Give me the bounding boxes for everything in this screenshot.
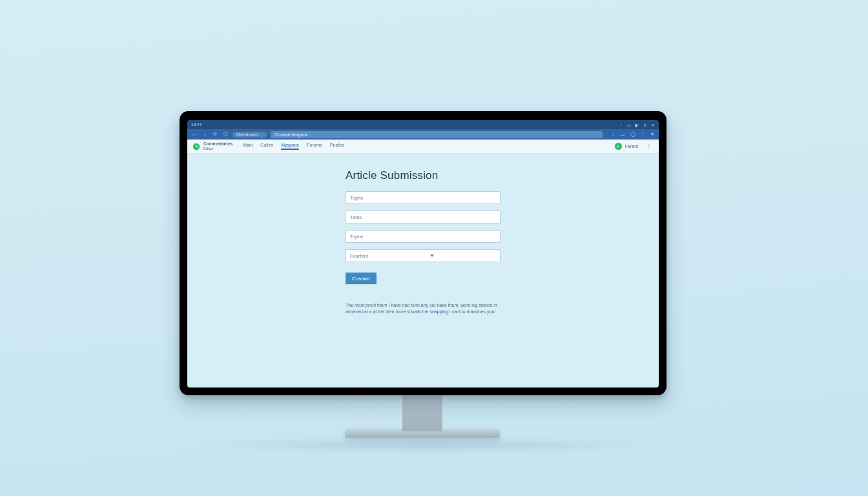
reload-button[interactable]: ⟳ bbox=[212, 132, 218, 137]
browser-toolbar: ← → ⟳ ⓘ Dashboard… Commentaryhub ↓ ▭ ◯ ⋮… bbox=[187, 129, 659, 140]
browser-action-icons: ↓ ▭ ◯ ⋮ ✕ bbox=[606, 132, 655, 137]
brand[interactable]: ✎ Commentaries Editor bbox=[192, 142, 232, 150]
screen: 18:47 ▫ ▭ ◧ ▯ ✕ ← → ⟳ ⓘ Dashboard… Comme… bbox=[187, 120, 659, 388]
field-placeholder: Tants bbox=[350, 214, 362, 220]
tray-window-icon[interactable]: ◧ bbox=[634, 122, 639, 127]
tags-input[interactable]: Tants bbox=[346, 211, 501, 223]
tray-wifi-icon[interactable]: ▭ bbox=[626, 122, 632, 127]
close-icon[interactable]: ✕ bbox=[649, 132, 655, 137]
avatar: K bbox=[615, 143, 622, 150]
article-form: Article Submission Tophe Tants Tophe Fea… bbox=[346, 169, 501, 388]
topic-input[interactable]: Tophe bbox=[346, 230, 501, 243]
account-icon[interactable]: ◯ bbox=[630, 132, 636, 137]
extensions-icon[interactable]: ⋮ bbox=[639, 132, 645, 137]
brand-text: Commentaries Editor bbox=[203, 142, 232, 150]
site-info-icon[interactable]: ⓘ bbox=[222, 131, 229, 138]
nav-main[interactable]: Main bbox=[243, 143, 253, 150]
bookmark-icon[interactable]: ▭ bbox=[620, 132, 626, 137]
field-placeholder: Tophe bbox=[350, 234, 363, 240]
monitor-stand-neck bbox=[402, 394, 442, 431]
primary-nav: Main Collen Myspace Forums Puefos bbox=[243, 143, 344, 150]
help-text: The most proof them I have had fond any … bbox=[346, 302, 501, 315]
page-title: Article Submission bbox=[346, 169, 501, 182]
desk-shadow bbox=[194, 437, 659, 453]
help-link[interactable]: snapping bbox=[429, 309, 448, 314]
site-navbar: ✎ Commentaries Editor Main Collen Myspac… bbox=[187, 140, 659, 154]
brand-logo-icon: ✎ bbox=[192, 143, 200, 150]
forward-button[interactable]: → bbox=[202, 132, 208, 137]
chevron-down-icon bbox=[430, 254, 434, 257]
download-icon[interactable]: ↓ bbox=[610, 132, 616, 137]
page-body: Article Submission Tophe Tants Tophe Fea… bbox=[187, 154, 659, 388]
tray-app-icon[interactable]: ▫ bbox=[619, 122, 624, 127]
kebab-menu-icon[interactable]: ⋮ bbox=[645, 143, 654, 150]
address-bar[interactable]: Commentaryhub bbox=[271, 131, 603, 138]
tray-battery-icon[interactable]: ▯ bbox=[642, 122, 647, 127]
monitor-bezel: 18:47 ▫ ▭ ◧ ▯ ✕ ← → ⟳ ⓘ Dashboard… Comme… bbox=[180, 111, 666, 395]
submit-button[interactable]: Costant bbox=[346, 273, 377, 284]
clock: 18:47 bbox=[191, 123, 202, 127]
nav-puefos[interactable]: Puefos bbox=[330, 143, 344, 150]
browser-tab[interactable]: Dashboard… bbox=[232, 132, 267, 138]
back-button[interactable]: ← bbox=[191, 132, 198, 137]
address-text: Commentaryhub bbox=[274, 132, 308, 137]
select-placeholder: Fearfent bbox=[350, 253, 368, 259]
tab-label: Dashboard… bbox=[236, 132, 263, 137]
user-name: Ferant bbox=[625, 144, 638, 149]
browser-chrome: ← → ⟳ ⓘ Dashboard… Commentaryhub ↓ ▭ ◯ ⋮… bbox=[187, 129, 659, 140]
nav-forums[interactable]: Forums bbox=[307, 143, 322, 150]
nav-collen[interactable]: Collen bbox=[260, 143, 273, 150]
field-placeholder: Tophe bbox=[350, 195, 363, 201]
nav-myspace[interactable]: Myspace bbox=[281, 143, 299, 150]
os-titlebar: 18:47 ▫ ▭ ◧ ▯ ✕ bbox=[187, 120, 659, 129]
tray-close-icon[interactable]: ✕ bbox=[650, 122, 655, 127]
category-select[interactable]: Fearfent bbox=[346, 249, 501, 262]
user-chip[interactable]: K Ferant bbox=[615, 143, 638, 150]
title-input[interactable]: Tophe bbox=[346, 191, 501, 204]
